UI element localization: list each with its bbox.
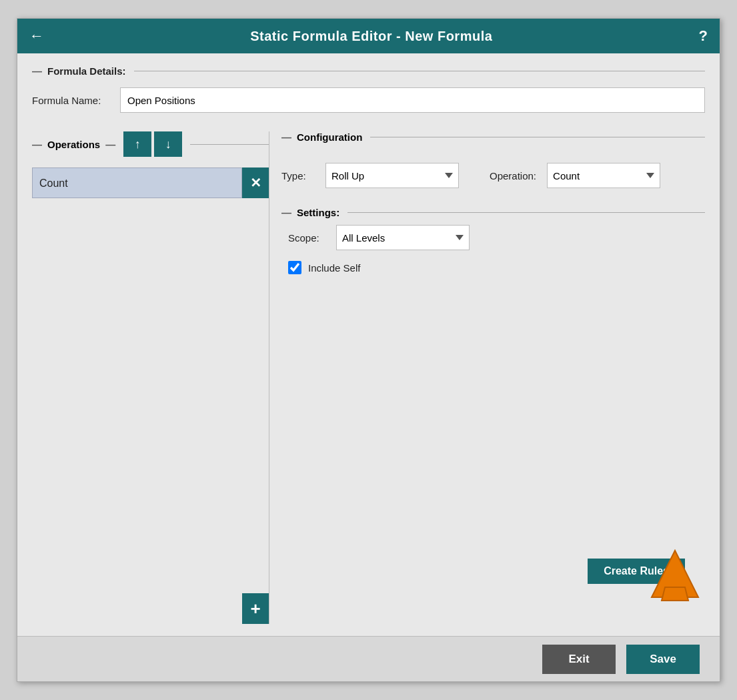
move-up-button[interactable]: ↑ [123, 131, 151, 157]
settings-dash: — [281, 207, 291, 218]
exit-button[interactable]: Exit [542, 645, 616, 674]
include-self-label: Include Self [308, 262, 360, 274]
formula-name-row: Formula Name: [32, 83, 705, 121]
formula-details-section: — Formula Details: Formula Name: [32, 65, 705, 121]
operations-list: Count ✕ [32, 163, 269, 591]
ops-dash-left: — [32, 139, 42, 150]
settings-header: — Settings: [281, 207, 705, 218]
operation-item-label[interactable]: Count [32, 167, 242, 198]
scope-label: Scope: [288, 232, 328, 244]
operations-header: — Operations — ↑ ↓ [32, 131, 269, 157]
operations-title: Operations [47, 139, 100, 150]
formula-details-header: — Formula Details: [32, 65, 705, 77]
operation-select[interactable]: Count Sum Average Min Max [547, 163, 660, 188]
formula-details-label: Formula Details: [47, 65, 126, 77]
save-button[interactable]: Save [626, 645, 700, 674]
type-label: Type: [281, 170, 315, 182]
delete-operation-button[interactable]: ✕ [242, 167, 269, 198]
settings-section: — Settings: Scope: All Levels Direct Chi… [281, 207, 705, 274]
type-select[interactable]: Roll Up Aggregate Direct [325, 163, 459, 188]
main-content: — Formula Details: Formula Name: — Opera… [17, 53, 720, 636]
formula-name-input[interactable] [120, 87, 705, 113]
include-self-row: Include Self [288, 261, 705, 274]
config-dash: — [281, 131, 291, 143]
header-line [134, 71, 705, 71]
main-window: ← Static Formula Editor - New Formula ? … [17, 18, 720, 682]
settings-header-line [347, 212, 705, 213]
window-title: Static Formula Editor - New Formula [250, 29, 492, 44]
type-operation-row: Type: Roll Up Aggregate Direct Operation… [281, 160, 705, 196]
settings-title: Settings: [297, 207, 339, 218]
add-operation-button[interactable]: + [242, 593, 269, 624]
configuration-title: Configuration [297, 131, 362, 143]
formula-name-label: Formula Name: [32, 95, 112, 106]
create-rules-button[interactable]: Create Rules [588, 559, 685, 584]
configuration-header: — Configuration [281, 131, 705, 143]
add-operation-row: + [32, 593, 269, 624]
help-button[interactable]: ? [699, 27, 708, 45]
title-bar: ← Static Formula Editor - New Formula ? [17, 19, 720, 53]
ops-header-line [190, 144, 269, 145]
svg-marker-1 [662, 587, 688, 601]
operation-item-count: Count ✕ [32, 167, 269, 198]
scope-row: Scope: All Levels Direct Children Leaf N… [288, 225, 705, 250]
dash-left: — [32, 65, 42, 77]
scope-select[interactable]: All Levels Direct Children Leaf Nodes [336, 225, 470, 250]
back-button[interactable]: ← [29, 27, 44, 45]
operations-panel: — Operations — ↑ ↓ Count ✕ + [32, 131, 269, 624]
ops-dash-right: — [105, 139, 115, 150]
two-column-layout: — Operations — ↑ ↓ Count ✕ + [32, 131, 705, 624]
operations-arrow-buttons: ↑ ↓ [123, 131, 182, 157]
move-down-button[interactable]: ↓ [154, 131, 182, 157]
operation-label: Operation: [490, 170, 536, 182]
include-self-checkbox[interactable] [288, 261, 301, 274]
config-header-line [370, 137, 705, 137]
settings-content: Scope: All Levels Direct Children Leaf N… [281, 218, 705, 274]
configuration-panel: — Configuration Type: Roll Up Aggregate … [269, 131, 705, 624]
footer: Exit Save [17, 636, 720, 681]
